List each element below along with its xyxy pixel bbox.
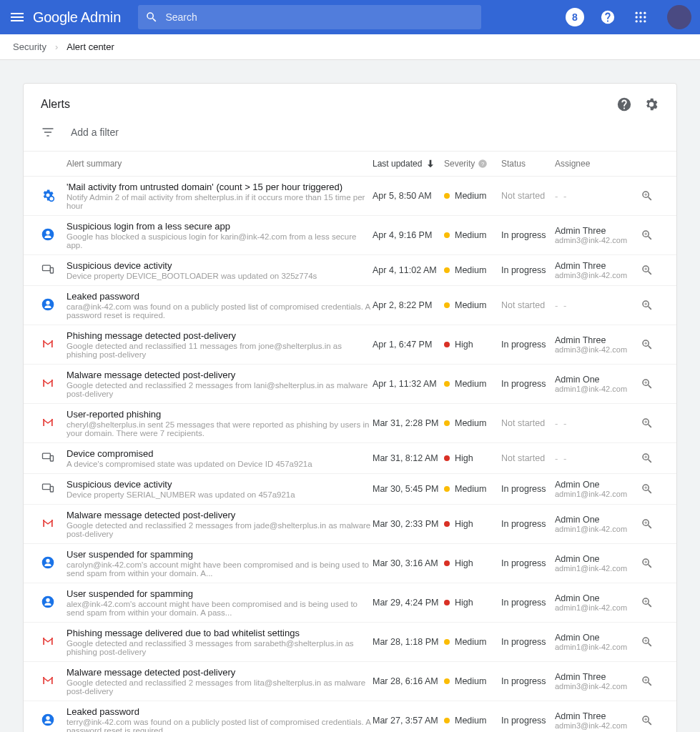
severity-dot-icon bbox=[444, 560, 450, 566]
svg-rect-22 bbox=[50, 486, 53, 492]
search-input[interactable] bbox=[165, 11, 474, 23]
alert-row[interactable]: Leaked password terry@ink-42.com was fou… bbox=[24, 701, 676, 732]
col-updated[interactable]: Last updated bbox=[373, 158, 444, 169]
col-summary[interactable]: Alert summary bbox=[66, 159, 373, 169]
assignee-email: admin3@ink-42.com bbox=[555, 721, 641, 730]
alert-row[interactable]: User-reported phishing cheryl@shelterplu… bbox=[24, 404, 676, 443]
alert-status: In progress bbox=[501, 379, 555, 389]
logo-google: Google bbox=[33, 9, 78, 26]
panel-title: Alerts bbox=[41, 98, 605, 111]
alert-row[interactable]: User suspended for spamming alex@ink-42.… bbox=[24, 583, 676, 623]
gmail-icon bbox=[41, 376, 55, 390]
alert-severity: Medium bbox=[444, 379, 501, 389]
search-bar[interactable] bbox=[138, 5, 481, 29]
alert-title: Malware message detected post-delivery bbox=[66, 370, 373, 380]
settings-gear-icon[interactable] bbox=[644, 97, 659, 112]
investigate-icon[interactable] bbox=[641, 483, 659, 495]
alert-title: User-reported phishing bbox=[66, 409, 373, 420]
sort-desc-icon bbox=[425, 158, 436, 169]
assignee-email: admin3@ink-42.com bbox=[555, 345, 641, 354]
svg-point-14 bbox=[46, 230, 49, 234]
alert-title: Suspicious login from a less secure app bbox=[66, 221, 373, 232]
alert-severity: Medium bbox=[444, 484, 501, 494]
severity-dot-icon bbox=[444, 232, 450, 238]
alert-row[interactable]: Suspicious login from a less secure app … bbox=[24, 216, 676, 255]
severity-dot-icon bbox=[444, 381, 450, 387]
alert-updated: Mar 28, 6:16 AM bbox=[373, 676, 444, 686]
alert-row[interactable]: Phishing message detected post-delivery … bbox=[24, 325, 676, 365]
col-status[interactable]: Status bbox=[501, 159, 555, 169]
investigate-icon[interactable] bbox=[641, 452, 659, 465]
severity-dot-icon bbox=[444, 678, 450, 684]
alerts-table-body: 'Mail activity from untrusted domain' (c… bbox=[24, 177, 676, 732]
alert-row[interactable]: Malware message detected post-delivery G… bbox=[24, 505, 676, 544]
alert-assignee: - - bbox=[555, 453, 641, 464]
severity-dot-icon bbox=[444, 486, 450, 492]
panel-help-icon[interactable] bbox=[616, 97, 632, 112]
svg-point-8 bbox=[644, 20, 646, 22]
menu-icon[interactable] bbox=[9, 9, 26, 26]
alert-row[interactable]: Suspicious device activity Device proper… bbox=[24, 255, 676, 286]
severity-dot-icon bbox=[444, 718, 450, 723]
col-severity-label: Severity bbox=[444, 159, 475, 169]
investigate-icon[interactable] bbox=[641, 714, 659, 727]
investigate-icon[interactable] bbox=[641, 596, 659, 609]
alert-subtitle: Google detected and reclassified 3 messa… bbox=[66, 639, 373, 656]
svg-point-18 bbox=[46, 300, 49, 304]
app-header: Google Admin 8 bbox=[0, 0, 700, 34]
col-severity[interactable]: Severity ? bbox=[444, 159, 501, 169]
alert-row[interactable]: User suspended for spamming carolyn@ink-… bbox=[24, 544, 676, 583]
alert-updated: Mar 31, 8:12 AM bbox=[373, 453, 444, 463]
alert-severity: High bbox=[444, 598, 501, 608]
alert-subtitle: Device property DEVICE_BOOTLOADER was up… bbox=[66, 272, 373, 280]
investigate-icon[interactable] bbox=[641, 264, 659, 277]
user-icon bbox=[41, 555, 55, 570]
gmail-icon bbox=[41, 337, 55, 351]
gear-badge-icon bbox=[41, 188, 55, 202]
investigate-icon[interactable] bbox=[641, 377, 659, 390]
investigate-icon[interactable] bbox=[641, 338, 659, 351]
alert-row[interactable]: Device compromised A device's compromise… bbox=[24, 443, 676, 474]
col-assignee[interactable]: Assignee bbox=[555, 159, 641, 169]
add-filter-button[interactable]: Add a filter bbox=[24, 117, 676, 151]
gmail-icon bbox=[41, 673, 55, 688]
investigate-icon[interactable] bbox=[641, 557, 659, 570]
alert-row[interactable]: 'Mail activity from untrusted domain' (c… bbox=[24, 177, 676, 216]
svg-point-24 bbox=[46, 558, 49, 562]
investigate-icon[interactable] bbox=[641, 299, 659, 312]
investigate-icon[interactable] bbox=[641, 229, 659, 242]
logo-admin: Admin bbox=[81, 9, 122, 26]
alert-row[interactable]: Malware message detected post-delivery G… bbox=[24, 662, 676, 701]
assignee-email: admin3@ink-42.com bbox=[555, 236, 641, 244]
alert-severity: Medium bbox=[444, 300, 501, 310]
investigate-icon[interactable] bbox=[641, 189, 659, 202]
alert-row[interactable]: Phishing message delivered due to bad wh… bbox=[24, 623, 676, 662]
severity-help-icon[interactable]: ? bbox=[478, 159, 488, 169]
severity-dot-icon bbox=[444, 193, 450, 199]
svg-rect-15 bbox=[43, 265, 51, 271]
severity-dot-icon bbox=[444, 600, 450, 605]
help-icon[interactable] bbox=[598, 8, 617, 26]
apps-grid-icon[interactable] bbox=[631, 8, 650, 26]
assignee-name: Admin One bbox=[555, 480, 641, 490]
alert-assignee: - - bbox=[555, 300, 641, 311]
alert-row[interactable]: Leaked password cara@ink-42.com was foun… bbox=[24, 286, 676, 325]
breadcrumb: Security › Alert center bbox=[0, 34, 700, 60]
alert-row[interactable]: Malware message detected post-delivery G… bbox=[24, 365, 676, 404]
alert-assignee: Admin Oneadmin1@ink-42.com bbox=[555, 593, 641, 612]
alert-subtitle: Google has blocked a suspicious login fo… bbox=[66, 232, 373, 249]
svg-point-12 bbox=[50, 197, 54, 200]
alert-severity: Medium bbox=[444, 676, 501, 686]
avatar[interactable] bbox=[667, 5, 691, 29]
alert-severity: Medium bbox=[444, 191, 501, 201]
investigate-icon[interactable] bbox=[641, 417, 659, 430]
alert-subtitle: cheryl@shelterplus.in sent 25 messages t… bbox=[66, 420, 373, 437]
investigate-icon[interactable] bbox=[641, 518, 659, 530]
alert-row[interactable]: Suspicious device activity Device proper… bbox=[24, 474, 676, 505]
alert-subtitle: Notify Admin 2 of mail activity from she… bbox=[66, 193, 373, 210]
investigate-icon[interactable] bbox=[641, 635, 659, 648]
account-badge-icon[interactable]: 8 bbox=[566, 8, 584, 26]
investigate-icon[interactable] bbox=[641, 675, 659, 688]
breadcrumb-parent[interactable]: Security bbox=[13, 41, 46, 52]
assignee-email: admin1@ink-42.com bbox=[555, 603, 641, 612]
